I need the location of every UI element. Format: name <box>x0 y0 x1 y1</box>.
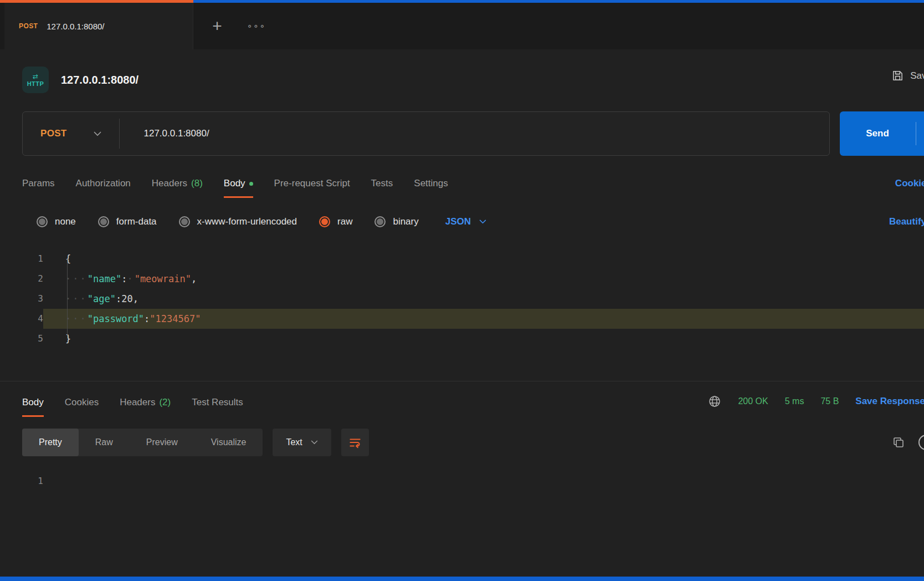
mode-x-www-form-urlencoded[interactable]: x-www-form-urlencoded <box>179 216 297 227</box>
modified-dot-icon <box>249 182 253 186</box>
request-header: ⇄ HTTP 127.0.0.1:8080/ Save <box>0 49 924 97</box>
json-number: 20 <box>121 293 132 304</box>
json-comma: , <box>191 273 197 284</box>
mode-binary[interactable]: binary <box>374 216 418 227</box>
response-view-toolbar: Pretty Raw Preview Visualize Text <box>22 428 924 457</box>
cookies-link[interactable]: Cookies <box>895 178 924 189</box>
mode-form-data[interactable]: form-data <box>98 216 157 227</box>
mode-none[interactable]: none <box>37 216 76 227</box>
request-title: 127.0.0.1:8080/ <box>61 74 138 86</box>
json-key: "name" <box>88 273 121 284</box>
json-colon: : <box>144 313 150 324</box>
response-status-bar: 200 OK 5 ms 75 B Save Response <box>708 395 924 408</box>
request-section-tabs: Params Authorization Headers (8) Body Pr… <box>22 172 924 198</box>
line-number: 5 <box>0 329 43 349</box>
method-dropdown[interactable]: POST <box>23 128 119 139</box>
code-line-3[interactable]: 3 ···"age":20, <box>0 289 924 309</box>
send-label: Send <box>866 128 889 139</box>
mode-raw[interactable]: raw <box>319 216 352 227</box>
radio-icon <box>37 216 48 227</box>
whitespace-dots: ··· <box>65 293 88 304</box>
response-time[interactable]: 5 ms <box>785 396 804 406</box>
save-response-link[interactable]: Save Response <box>855 396 924 407</box>
view-preview-button[interactable]: Preview <box>130 429 194 456</box>
response-tab-body[interactable]: Body <box>22 397 44 417</box>
tab-params[interactable]: Params <box>22 178 55 198</box>
code-line-2[interactable]: 2 ···"name":·"meowrain", <box>0 269 924 289</box>
response-body[interactable]: 1 <box>0 476 924 486</box>
code-line-4-highlighted[interactable]: 4 ···"password":"1234567" <box>0 309 924 329</box>
line-number: 3 <box>0 289 43 309</box>
postman-window: POST 127.0.0.1:8080/ + ∘∘∘ ⇄ HTTP 127.0.… <box>0 0 924 581</box>
more-options-icon: ∘∘∘ <box>247 21 266 31</box>
code-line-1[interactable]: 1 { <box>0 249 924 269</box>
response-tab-cookies[interactable]: Cookies <box>65 397 99 417</box>
chevron-down-icon <box>94 131 101 136</box>
tab-headers[interactable]: Headers (8) <box>152 178 203 198</box>
whitespace-dots: ··· <box>65 313 88 324</box>
send-button[interactable]: Send <box>840 111 924 156</box>
tab-method-badge: POST <box>19 22 38 30</box>
active-tab-accent-bar <box>0 0 193 3</box>
raw-language-dropdown[interactable]: JSON <box>445 216 486 227</box>
json-colon: : <box>116 293 121 304</box>
url-input-container: POST 127.0.0.1:8080/ <box>22 111 830 156</box>
http-arrows-icon: ⇄ <box>33 73 38 80</box>
headers-count-badge: (8) <box>191 178 203 189</box>
save-request-button[interactable]: Save <box>891 69 924 82</box>
view-pretty-button[interactable]: Pretty <box>22 429 79 456</box>
json-key: "password" <box>88 313 144 324</box>
wrap-lines-button[interactable] <box>341 429 369 456</box>
json-brace: { <box>65 253 71 264</box>
response-format-dropdown[interactable]: Text <box>273 429 331 456</box>
window-top-strip <box>0 0 924 3</box>
line-number: 1 <box>0 249 43 269</box>
view-mode-segment: Pretty Raw Preview Visualize <box>22 429 263 456</box>
body-mode-selector: none form-data x-www-form-urlencoded raw… <box>37 213 924 230</box>
tab-authorization[interactable]: Authorization <box>76 178 131 198</box>
network-globe-icon[interactable] <box>708 395 721 408</box>
line-number: 2 <box>0 269 43 289</box>
more-tabs-button[interactable]: ∘∘∘ <box>241 3 272 49</box>
chevron-down-icon <box>479 220 486 224</box>
tab-settings[interactable]: Settings <box>414 178 448 198</box>
response-headers-count-badge: (2) <box>159 397 171 408</box>
beautify-link[interactable]: Beautify <box>889 216 924 227</box>
radio-icon <box>374 216 386 227</box>
copy-response-button[interactable] <box>892 436 905 449</box>
json-comma: , <box>133 293 138 304</box>
tab-tests[interactable]: Tests <box>371 178 393 198</box>
wrap-lines-icon <box>348 435 362 450</box>
url-input[interactable]: 127.0.0.1:8080/ <box>120 128 209 139</box>
save-icon <box>891 69 904 82</box>
tab-body[interactable]: Body <box>224 178 253 198</box>
line-number: 4 <box>0 309 43 329</box>
copy-icon <box>892 436 905 449</box>
response-section-tabs: Body Cookies Headers (2) Test Results 20… <box>22 381 924 417</box>
response-tab-headers[interactable]: Headers (2) <box>120 397 171 417</box>
window-bottom-strip <box>0 577 924 581</box>
response-content <box>43 476 924 486</box>
json-brace: } <box>65 333 71 344</box>
response-size[interactable]: 75 B <box>820 396 839 406</box>
view-visualize-button[interactable]: Visualize <box>194 429 263 456</box>
radio-icon <box>179 216 190 227</box>
json-key: "age" <box>88 293 116 304</box>
request-tab-bar: POST 127.0.0.1:8080/ + ∘∘∘ <box>0 3 924 49</box>
new-tab-button[interactable]: + <box>193 3 241 49</box>
response-tab-test-results[interactable]: Test Results <box>192 397 243 417</box>
json-string: "meowrain" <box>135 273 191 284</box>
request-body-editor[interactable]: 1 { 2 ···"name":·"meowrain", 3 ···"age":… <box>0 249 924 349</box>
json-colon: : <box>121 273 127 284</box>
code-line-5[interactable]: 5 } <box>0 329 924 349</box>
status-code[interactable]: 200 OK <box>738 396 768 406</box>
url-bar: POST 127.0.0.1:8080/ Send <box>22 111 924 156</box>
tab-pre-request-script[interactable]: Pre-request Script <box>274 178 350 198</box>
response-line-number: 1 <box>0 476 43 486</box>
request-tab[interactable]: POST 127.0.0.1:8080/ <box>4 3 193 49</box>
view-raw-button[interactable]: Raw <box>79 429 130 456</box>
json-string: "1234567" <box>150 313 201 324</box>
method-label: POST <box>40 128 67 139</box>
plus-icon: + <box>212 17 222 35</box>
search-response-icon[interactable] <box>918 435 924 450</box>
